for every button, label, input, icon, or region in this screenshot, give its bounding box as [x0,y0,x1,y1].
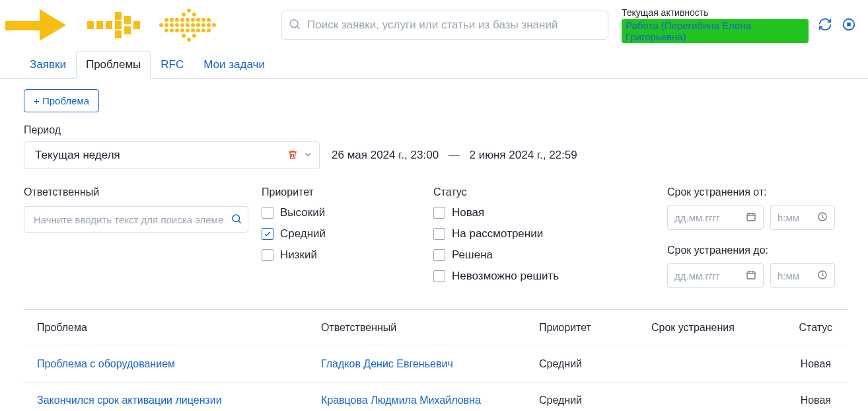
svg-point-31 [196,18,200,22]
due-from-date[interactable]: дд.мм.гггг [667,205,764,230]
problem-link[interactable]: Закончился срок активации лицензии [37,394,222,406]
priority-cell: Средний [539,358,651,370]
svg-point-28 [180,18,184,22]
col-priority: Приоритет ВысокийСреднийНизкий [262,186,433,291]
activity-inner: Текущая активность Работа (Перегибина Ел… [622,7,809,43]
svg-rect-5 [115,12,122,20]
checkbox-icon [262,249,273,261]
tab-requests[interactable]: Заявки [20,51,76,79]
period-select[interactable]: Текущая неделя [24,141,320,169]
search-icon [288,18,301,33]
col-responsible: Ответственный [24,186,262,291]
tab-problems[interactable]: Проблемы [76,51,151,79]
svg-point-26 [170,18,174,22]
status-list: НоваяНа рассмотренииРешенаНевозможно реш… [433,206,667,291]
date-placeholder: дд.мм.гггг [674,270,719,281]
priority-option[interactable]: Высокий [262,206,433,219]
time-placeholder: h:мм [778,270,799,281]
svg-rect-9 [124,26,131,34]
clock-icon [817,211,828,224]
svg-rect-54 [747,213,755,221]
priority-label: Приоритет [262,186,433,198]
th-responsible: Ответственный [321,322,539,334]
add-problem-button[interactable]: + Проблема [24,89,99,112]
svg-point-41 [201,28,205,32]
checkbox-icon [433,207,445,219]
due-to-time[interactable]: h:мм [770,263,835,288]
due-to-date[interactable]: дд.мм.гггг [667,263,764,288]
status-option[interactable]: Невозможно решить [433,270,667,283]
responsible-link[interactable]: Кравцова Людмила Михайловна [321,394,481,406]
status-label: Статус [433,186,667,198]
svg-rect-10 [133,21,140,29]
priority-list: ВысокийСреднийНизкий [262,206,433,270]
filters: Период Текущая неделя 26 мая 2024 г., 23… [24,124,848,291]
responsible-input-wrap[interactable] [24,206,248,233]
table-body: Проблема с оборудованиемГладков Денис Ев… [24,346,848,411]
due-from-label: Срок устранения от: [667,186,848,198]
svg-line-53 [238,221,241,223]
tab-rfc[interactable]: RFC [151,51,194,79]
svg-point-46 [290,20,298,28]
svg-point-12 [182,13,186,17]
logo-area [5,7,222,44]
refresh-icon[interactable] [818,17,832,34]
calendar-icon [746,270,756,282]
svg-point-27 [175,18,179,22]
table-row: Проблема с оборудованиемГладков Денис Ев… [24,346,848,383]
priority-option[interactable]: Средний [262,227,433,241]
svg-point-25 [164,18,168,22]
checkbox-icon [262,207,273,219]
due-from-time[interactable]: h:мм [770,205,835,230]
search-wrap [281,11,608,40]
svg-point-32 [201,18,205,22]
status-cell: Новая [790,394,835,406]
stop-icon[interactable] [842,17,856,34]
svg-point-22 [201,23,205,27]
search-input[interactable] [281,11,608,40]
trash-icon[interactable] [287,149,298,162]
status-option[interactable]: Новая [433,206,667,219]
tab-my-tasks[interactable]: Мои задачи [194,51,275,79]
svg-point-40 [196,28,200,32]
svg-point-44 [192,34,196,38]
priority-label: Средний [280,227,326,241]
th-status: Статус [790,322,835,334]
calendar-icon [746,211,756,224]
svg-rect-59 [747,272,755,279]
priority-option[interactable]: Низкий [262,248,433,262]
svg-point-43 [182,34,186,38]
chevron-down-icon[interactable] [303,150,312,161]
svg-point-33 [207,18,211,22]
responsible-label: Ответственный [24,186,262,198]
checkbox-icon [433,270,445,282]
problem-link[interactable]: Проблема с оборудованием [37,358,175,369]
activity-badge[interactable]: Работа (Перегибина Елена Григорьевна) [622,19,809,43]
svg-rect-6 [115,21,122,29]
activity-label: Текущая активность [622,7,809,18]
th-problem: Проблема [37,322,321,334]
col-status: Статус НоваяНа рассмотренииРешенаНевозмо… [433,186,667,291]
responsible-input[interactable] [32,213,231,226]
table: Проблема Ответственный Приоритет Срок ус… [24,309,848,411]
status-option[interactable]: Решена [433,248,667,262]
due-to-group: Срок устранения до: дд.мм.гггг h:мм [667,244,848,288]
svg-rect-3 [96,21,103,29]
search-icon[interactable] [231,213,242,227]
clock-icon [817,270,828,282]
activity-area: Текущая активность Работа (Перегибина Ел… [622,7,863,43]
responsible-link[interactable]: Гладков Денис Евгеньевич [321,358,453,369]
svg-point-34 [164,28,168,32]
svg-point-39 [191,28,195,32]
due-from-group: Срок устранения от: дд.мм.гггг h:мм [667,186,848,230]
period-sep: — [442,149,466,161]
status-label: Новая [452,206,484,219]
svg-point-52 [233,215,240,222]
status-option[interactable]: На рассмотрении [433,227,667,241]
svg-point-37 [180,28,184,32]
svg-point-45 [187,38,191,42]
period-value: Текущая неделя [35,149,120,162]
priority-label: Низкий [280,248,317,262]
svg-point-19 [186,23,190,27]
logo-arrow-pixel-icon [87,7,143,44]
